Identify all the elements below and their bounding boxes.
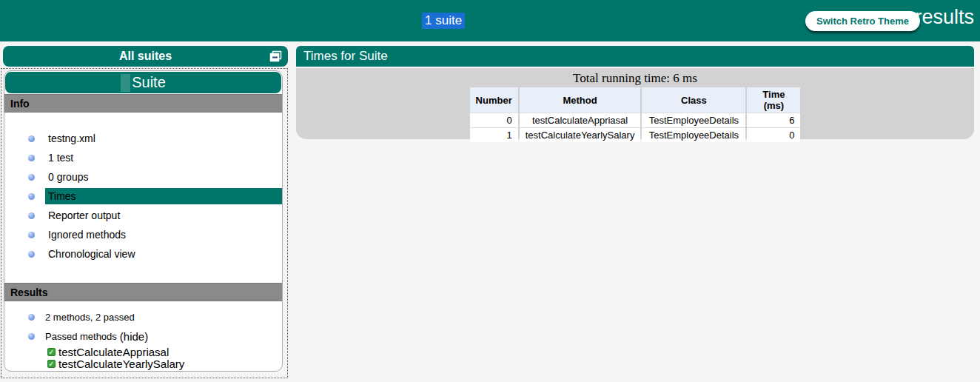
- bullet-icon: [28, 232, 35, 238]
- passed-method-item[interactable]: ✓ testCalculateAppriasal: [4, 346, 282, 358]
- bullet-icon: [28, 174, 35, 181]
- sidebar-item-reporter-output[interactable]: Reporter output: [4, 206, 282, 225]
- cell-method: testCalculateYearlySalary: [520, 127, 641, 142]
- suite-title: Suite: [132, 74, 166, 91]
- times-table: Number Method Class Time (ms) 0 testCalc…: [469, 87, 802, 142]
- passed-methods-row: Passed methods (hide): [4, 326, 282, 346]
- info-section-label: Info: [10, 98, 30, 110]
- col-header-time: Time (ms): [747, 87, 800, 113]
- bullet-icon: [28, 193, 35, 200]
- banner-title: results: [915, 6, 974, 29]
- times-panel-body: Total running time: 6 ms Number Method C…: [296, 68, 974, 139]
- top-banner: 1 suite Switch Retro Theme results: [0, 0, 980, 41]
- sidebar-item-times[interactable]: Times: [4, 187, 282, 206]
- methods-summary-row: 2 methods, 2 passed: [4, 307, 282, 326]
- col-header-class: Class: [642, 87, 745, 113]
- suite-panel: Suite Info testng.xml 1 test 0 groups Ti…: [1, 68, 288, 378]
- times-panel-title: Times for Suite: [303, 49, 388, 64]
- table-row: 1 testCalculateYearlySalary TestEmployee…: [470, 127, 801, 142]
- table-row: 0 testCalculateAppriasal TestEmployeeDet…: [470, 113, 801, 127]
- cell-class: TestEmployeeDetails: [642, 113, 745, 127]
- sidebar-item-chronological-view[interactable]: Chronological view: [4, 244, 282, 264]
- sidebar-item-groups[interactable]: 0 groups: [4, 167, 282, 187]
- cell-time: 6: [747, 113, 800, 127]
- sidebar-item-testng-xml[interactable]: testng.xml: [4, 129, 282, 148]
- collapse-all-icon[interactable]: [269, 50, 282, 62]
- total-running-time: Total running time: 6 ms: [296, 68, 974, 86]
- bullet-icon: [28, 135, 35, 142]
- cell-number: 0: [470, 113, 518, 127]
- passed-methods-label: Passed methods: [45, 331, 117, 342]
- passed-method-item[interactable]: ✓ testCalculateYearlySalary: [4, 358, 282, 369]
- bullet-icon: [28, 155, 35, 161]
- methods-summary-text: 2 methods, 2 passed: [45, 312, 135, 323]
- col-header-number: Number: [470, 87, 518, 113]
- sidebar-item-ignored-methods[interactable]: Ignored methods: [4, 225, 282, 244]
- checkbox-checked-icon: ✓: [47, 360, 56, 368]
- bullet-icon: [28, 251, 35, 258]
- times-table-header-row: Number Method Class Time (ms): [470, 87, 801, 113]
- results-section-header: Results: [4, 283, 282, 301]
- cell-number: 1: [470, 127, 518, 142]
- cell-method: testCalculateAppriasal: [520, 113, 641, 127]
- bullet-icon: [28, 212, 35, 219]
- all-suites-label: All suites: [119, 50, 172, 63]
- all-suites-header[interactable]: All suites: [3, 46, 288, 67]
- col-header-method: Method: [520, 87, 641, 113]
- bullet-icon: [28, 333, 35, 340]
- suite-count-selected-text: 1 suite: [422, 13, 465, 29]
- info-section-header: Info: [4, 94, 282, 113]
- suite-title-bar: Suite: [5, 72, 281, 93]
- results-section-label: Results: [10, 286, 48, 298]
- sidebar-item-tests[interactable]: 1 test: [4, 148, 282, 167]
- checkbox-checked-icon: ✓: [47, 348, 56, 356]
- bullet-icon: [28, 314, 35, 321]
- cell-time: 0: [747, 127, 800, 142]
- switch-theme-button[interactable]: Switch Retro Theme: [805, 11, 920, 31]
- suite-title-selection-block: [121, 74, 130, 92]
- results-list: 2 methods, 2 passed Passed methods (hide…: [4, 301, 282, 369]
- times-panel-header: Times for Suite: [296, 46, 974, 67]
- hide-link[interactable]: (hide): [120, 330, 148, 343]
- info-nav-list: testng.xml 1 test 0 groups Times Reporte…: [4, 113, 282, 283]
- cell-class: TestEmployeeDetails: [642, 127, 745, 142]
